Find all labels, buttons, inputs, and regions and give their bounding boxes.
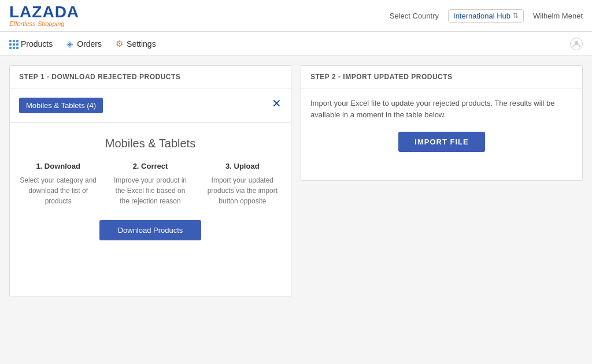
step2-body: Import your Excel file to update your re…: [301, 88, 582, 161]
nav-label-orders: Orders: [77, 39, 102, 49]
category-tag-label: Mobiles & Tablets (4): [26, 101, 96, 110]
step1-title: STEP 1 - DOWNLOAD REJECTED PRODUCTS: [19, 73, 180, 81]
nav-item-orders[interactable]: ◈ Orders: [66, 36, 102, 51]
nav-item-settings[interactable]: ⚙ Settings: [116, 36, 156, 51]
tag-icon: ◈: [66, 39, 73, 49]
close-icon[interactable]: ✕: [272, 98, 282, 109]
nav-label-settings: Settings: [127, 39, 156, 49]
step2-header: STEP 2 - IMPORT UPDATED PRODUCTS: [301, 66, 582, 88]
info-step-upload-text: Import your updated products via the imp…: [204, 175, 282, 206]
info-section: Mobiles & Tablets 1. Download Select you…: [10, 122, 291, 254]
header: LAZADA Effortless Shopping Select Countr…: [0, 0, 592, 32]
main-content: STEP 1 - DOWNLOAD REJECTED PRODUCTS Mobi…: [0, 56, 592, 306]
logo-area: LAZADA Effortless Shopping: [9, 4, 79, 27]
username: Wilhelm Menet: [533, 12, 583, 20]
info-step-download-title: 1. Download: [19, 162, 97, 170]
info-step-correct-text: Improve your product in the Excel file b…: [111, 175, 189, 206]
logo-lazada: LAZADA: [9, 4, 79, 20]
nav-label-products: Products: [21, 39, 53, 49]
info-step-download-text: Select your category and download the li…: [19, 175, 97, 206]
svg-point-0: [575, 41, 578, 44]
import-file-button[interactable]: IMPORT FILE: [398, 132, 484, 152]
grid-icon: [9, 40, 17, 48]
step1-header: STEP 1 - DOWNLOAD REJECTED PRODUCTS: [10, 66, 291, 88]
step2-description: Import your Excel file to update your re…: [310, 98, 573, 120]
logo-tagline: Effortless Shopping: [9, 21, 79, 27]
info-steps: 1. Download Select your category and dow…: [19, 162, 282, 206]
download-products-button[interactable]: Download Products: [99, 220, 202, 240]
panel-step2: STEP 2 - IMPORT UPDATED PRODUCTS Import …: [301, 65, 583, 181]
info-step-correct: 2. Correct Improve your product in the E…: [111, 162, 189, 206]
category-tag[interactable]: Mobiles & Tablets (4): [19, 98, 103, 113]
header-right: Select Country International Hub ⇅ Wilhe…: [390, 9, 583, 23]
info-step-correct-title: 2. Correct: [111, 162, 189, 170]
nav-item-products[interactable]: Products: [9, 37, 53, 51]
gear-icon: ⚙: [116, 39, 123, 49]
select-country-label: Select Country: [390, 12, 439, 20]
panel-step1: STEP 1 - DOWNLOAD REJECTED PRODUCTS Mobi…: [9, 65, 291, 296]
info-step-upload-title: 3. Upload: [204, 162, 282, 170]
chevron-icon: ⇅: [513, 12, 519, 20]
user-avatar-icon: [572, 40, 580, 48]
nav-bar: Products ◈ Orders ⚙ Settings: [0, 32, 592, 56]
info-step-upload: 3. Upload Import your updated products v…: [204, 162, 282, 206]
country-value: International Hub: [453, 12, 510, 20]
nav-left: Products ◈ Orders ⚙ Settings: [9, 36, 156, 51]
step2-title: STEP 2 - IMPORT UPDATED PRODUCTS: [310, 73, 453, 81]
step1-top: Mobiles & Tablets (4) ✕: [10, 88, 291, 122]
info-step-download: 1. Download Select your category and dow…: [19, 162, 97, 206]
nav-user-avatar: [570, 38, 583, 50]
user-info: Wilhelm Menet: [533, 12, 583, 20]
country-select[interactable]: International Hub ⇅: [448, 9, 524, 23]
info-title: Mobiles & Tablets: [19, 137, 282, 150]
